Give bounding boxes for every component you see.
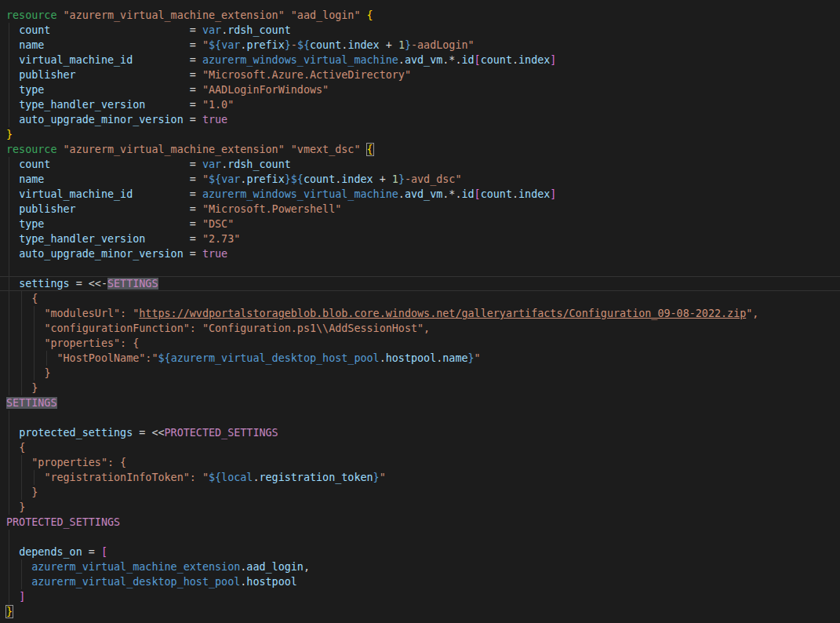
code-line[interactable]: SETTINGS xyxy=(0,395,840,410)
code-line[interactable]: "configurationFunction": "Configuration.… xyxy=(0,321,840,336)
code-token: = xyxy=(190,99,202,111)
code-line[interactable]: "modulesUrl": "https://wvdportalstorageb… xyxy=(0,306,840,321)
code-token: . xyxy=(221,24,227,36)
code-token xyxy=(57,144,64,155)
code-line-current[interactable]: settings = <<-SETTINGS xyxy=(0,276,840,291)
indent-guide xyxy=(9,157,9,172)
code-line[interactable]: { xyxy=(0,291,840,306)
code-editor[interactable]: resource "azurerm_virtual_machine_extens… xyxy=(0,0,840,623)
code-token: count xyxy=(481,54,512,66)
code-line[interactable]: "HostPoolName":"${azurerm_virtual_deskto… xyxy=(0,351,840,366)
code-token: count xyxy=(304,173,335,185)
code-token: = xyxy=(70,278,89,290)
code-line[interactable]: resource "azurerm_virtual_machine_extens… xyxy=(0,8,840,23)
code-line[interactable]: ] xyxy=(0,589,840,604)
code-token: = xyxy=(190,84,202,96)
code-line[interactable]: type = "AADLoginForWindows" xyxy=(0,82,840,97)
code-token xyxy=(6,293,31,304)
code-line[interactable] xyxy=(0,410,840,425)
code-line[interactable]: } xyxy=(0,604,840,619)
code-token: } xyxy=(31,382,38,394)
code-token: ${ xyxy=(291,173,304,185)
code-token: index xyxy=(518,188,550,200)
code-token: SETTINGS xyxy=(6,397,57,409)
code-line[interactable]: type = "DSC" xyxy=(0,217,840,231)
indent-guide xyxy=(21,559,22,574)
indent-guide xyxy=(21,366,22,381)
code-line[interactable]: "properties": { xyxy=(0,336,840,351)
code-token: [ xyxy=(475,54,481,66)
code-token: type_handler_version xyxy=(19,233,145,245)
code-line[interactable]: auto_upgrade_minor_version = true xyxy=(0,246,840,261)
code-token: { xyxy=(31,293,38,304)
indent-guide xyxy=(9,291,9,306)
code-token: = xyxy=(190,114,202,126)
code-token: ${ xyxy=(209,173,221,185)
code-token: azurerm_windows_virtual_machine xyxy=(202,188,398,200)
code-line[interactable]: type_handler_version = "1.0" xyxy=(0,97,840,112)
code-token xyxy=(184,248,190,260)
code-token xyxy=(76,203,190,215)
code-line[interactable]: virtual_machine_id = azurerm_windows_vir… xyxy=(0,53,840,67)
code-line[interactable]: { xyxy=(0,440,840,455)
code-token: "1.0" xyxy=(202,99,234,111)
code-token: "azurerm_virtual_machine_extension" xyxy=(64,9,285,21)
code-line[interactable]: } xyxy=(0,127,840,142)
code-text: } xyxy=(0,366,840,381)
code-text: } xyxy=(0,604,840,619)
indent-guide xyxy=(9,470,9,485)
code-line[interactable]: depends_on = [ xyxy=(0,545,840,559)
code-line[interactable]: virtual_machine_id = azurerm_windows_vir… xyxy=(0,187,840,202)
code-line[interactable] xyxy=(0,261,840,276)
code-token: . xyxy=(512,188,518,200)
code-token xyxy=(6,352,57,364)
code-token xyxy=(285,9,291,21)
code-line[interactable]: azurerm_virtual_desktop_host_pool.hostpo… xyxy=(0,574,840,589)
code-token xyxy=(44,218,189,230)
indent-guide xyxy=(21,306,22,321)
code-token xyxy=(6,561,31,573)
code-line[interactable]: count = var.rdsh_count xyxy=(0,23,840,38)
code-line[interactable]: "properties": { xyxy=(0,455,840,470)
code-line[interactable]: } xyxy=(0,366,840,381)
code-line[interactable]: count = var.rdsh_count xyxy=(0,157,840,172)
code-text: protected_settings = <<PROTECTED_SETTING… xyxy=(0,425,840,440)
code-token: = xyxy=(190,69,202,81)
code-line[interactable]: publisher = "Microsoft.Azure.ActiveDirec… xyxy=(0,67,840,82)
code-token: = xyxy=(190,158,202,170)
code-line[interactable]: auto_upgrade_minor_version = true xyxy=(0,112,840,127)
code-token: virtual_machine_id xyxy=(19,188,133,200)
code-token: https://wvdportalstorageblob.blob.core.w… xyxy=(139,308,746,319)
code-line[interactable]: } xyxy=(0,500,840,515)
code-line[interactable]: } xyxy=(0,381,840,395)
code-token: avd_vm xyxy=(405,188,442,200)
indent-guide xyxy=(9,321,9,336)
code-line[interactable]: type_handler_version = "2.73" xyxy=(0,231,840,246)
code-token: } xyxy=(405,39,411,51)
code-line[interactable]: } xyxy=(0,485,840,500)
code-line[interactable]: publisher = "Microsoft.Powershell" xyxy=(0,202,840,217)
code-line[interactable]: name = "${var.prefix}${count.index + 1}-… xyxy=(0,172,840,187)
indent-guide xyxy=(9,381,9,395)
code-line[interactable]: azurerm_virtual_machine_extension.aad_lo… xyxy=(0,559,840,574)
code-token: "Microsoft.Azure.ActiveDirectory" xyxy=(202,69,411,81)
code-line[interactable]: resource "azurerm_virtual_machine_extens… xyxy=(0,142,840,157)
code-text: publisher = "Microsoft.Powershell" xyxy=(0,202,840,217)
code-token: index xyxy=(518,54,550,66)
code-token: } xyxy=(44,367,50,379)
code-line[interactable] xyxy=(0,530,840,545)
indent-guide xyxy=(34,351,35,366)
code-line[interactable]: PROTECTED_SETTINGS xyxy=(0,515,840,530)
code-token: . xyxy=(221,158,227,170)
code-text: "properties": { xyxy=(0,455,840,470)
code-line[interactable]: name = "${var.prefix}-${count.index + 1}… xyxy=(0,38,840,53)
code-text: azurerm_virtual_desktop_host_pool.hostpo… xyxy=(0,574,840,589)
code-line[interactable]: "registrationInfoToken": "${local.regist… xyxy=(0,470,840,485)
code-line[interactable]: protected_settings = <<PROTECTED_SETTING… xyxy=(0,425,840,440)
code-token: , xyxy=(304,561,310,573)
code-token: 1 xyxy=(392,173,398,185)
code-token xyxy=(6,576,31,588)
code-text: { xyxy=(0,440,840,455)
code-text: type = "AADLoginForWindows" xyxy=(0,82,840,97)
code-token: auto_upgrade_minor_version xyxy=(19,114,184,126)
